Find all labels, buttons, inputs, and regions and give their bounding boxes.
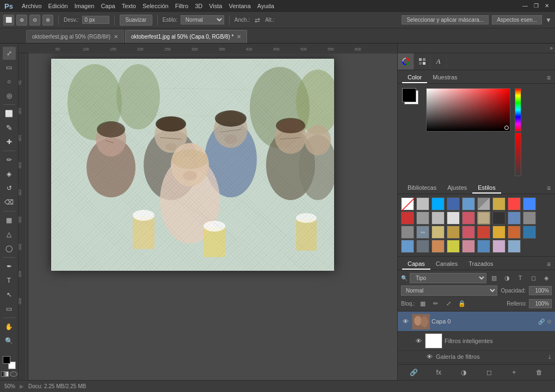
foreground-background-colors[interactable] <box>3 356 16 369</box>
tool-heal[interactable]: ✚ <box>3 135 16 148</box>
tab-close-1[interactable]: ✕ <box>237 34 241 40</box>
style-panel-menu-icon[interactable]: ≡ <box>547 184 551 192</box>
link-layers-btn[interactable]: 🔗 <box>408 367 419 378</box>
swatch-29[interactable] <box>431 240 445 253</box>
menu-archivo[interactable]: Archivo <box>22 3 42 9</box>
menu-filtro[interactable]: Filtro <box>175 3 188 9</box>
add-mask-btn[interactable]: ◑ <box>458 367 469 378</box>
maximize-button[interactable]: ❐ <box>532 2 540 10</box>
layer-delete-icon[interactable]: ⤓ <box>547 354 552 360</box>
swatch-7[interactable] <box>508 197 521 210</box>
tab-color[interactable]: Color <box>402 72 427 83</box>
swatch-15[interactable] <box>492 211 505 225</box>
swatch-28[interactable] <box>416 240 429 253</box>
tool-path-select[interactable]: ↖ <box>3 288 16 301</box>
select-mask-btn[interactable]: Seleccionar y aplicar máscara... <box>402 15 489 24</box>
tab-canales[interactable]: Canales <box>430 259 463 270</box>
tool-hand[interactable]: ✋ <box>3 320 16 333</box>
suavizar-btn[interactable]: Suavizar <box>120 15 152 26</box>
swatch-12[interactable] <box>447 211 460 225</box>
swatch-20[interactable] <box>431 226 445 239</box>
swatch-34[interactable] <box>508 240 521 253</box>
swatch-30[interactable] <box>447 240 460 253</box>
tab-ajustes[interactable]: Ajustes <box>442 183 472 194</box>
tab-estilos[interactable]: Estilos <box>472 183 501 194</box>
swatch-16[interactable] <box>508 211 521 225</box>
swatch-13[interactable] <box>462 211 475 225</box>
swatch-32[interactable] <box>477 240 490 253</box>
swatch-6[interactable] <box>492 197 505 210</box>
tool-eraser[interactable]: ⌫ <box>3 196 16 209</box>
style-select[interactable]: Normal <box>181 15 224 24</box>
color-panel-menu-icon[interactable]: ≡ <box>547 74 551 82</box>
menu-edicion[interactable]: Edición <box>48 3 68 9</box>
screen-mode-btn[interactable] <box>10 371 17 377</box>
lock-position-btn[interactable]: ⤢ <box>443 298 454 309</box>
menu-seleccion[interactable]: Selección <box>143 3 169 9</box>
tool-pen[interactable]: ✒ <box>3 260 16 273</box>
swatch-24[interactable] <box>492 226 505 239</box>
foreground-swatch[interactable] <box>402 88 416 102</box>
menu-ventana[interactable]: Ventana <box>229 3 250 9</box>
tool-gradient[interactable]: ▦ <box>3 214 16 227</box>
menu-imagen[interactable]: Imagen <box>75 3 95 9</box>
tool-quick-select[interactable]: ◎ <box>3 89 16 102</box>
tool-selection[interactable]: ▭ <box>3 61 16 74</box>
selection-mode-btn3[interactable]: ⊖ <box>29 15 40 26</box>
color-gradient-picker[interactable] <box>426 88 510 132</box>
tab-capas[interactable]: Capas <box>402 259 430 270</box>
menu-capa[interactable]: Capa <box>101 3 115 9</box>
panel-menu-options[interactable]: ▼ <box>545 16 552 24</box>
hue-bar[interactable] <box>515 88 521 132</box>
delete-layer-btn[interactable]: 🗑 <box>534 367 545 378</box>
tool-shapes[interactable]: ▭ <box>3 302 16 315</box>
lock-all-btn[interactable]: 🔒 <box>457 298 467 309</box>
layers-panel-menu-icon[interactable]: ≡ <box>547 260 551 268</box>
collapse-arrows-icon[interactable]: » <box>550 45 553 51</box>
tool-clone[interactable]: ◈ <box>3 167 16 181</box>
swatch-27[interactable] <box>401 240 414 253</box>
tab-oktoberfest1[interactable]: oktoberfest1.jpg al 50% (Capa 0, RGB/8) … <box>125 30 247 43</box>
foreground-color-box[interactable] <box>3 356 10 364</box>
tool-eyedropper[interactable]: ✎ <box>3 121 16 134</box>
swatch-14[interactable] <box>477 211 490 225</box>
minimize-button[interactable]: — <box>521 2 529 10</box>
swatch-17[interactable] <box>523 211 536 225</box>
menu-ayuda[interactable]: Ayuda <box>257 3 274 9</box>
layer-vis-filtros[interactable]: 👁 <box>414 337 423 345</box>
tab-close-0[interactable]: ✕ <box>114 34 118 40</box>
tool-dodge[interactable]: ◯ <box>3 242 16 255</box>
layer-vis-capa0[interactable]: 👁 <box>401 317 410 326</box>
add-style-btn[interactable]: fx <box>433 367 444 378</box>
selection-mode-btn4[interactable]: ⊗ <box>42 15 53 26</box>
opacity-input[interactable] <box>529 286 552 295</box>
swatch-22[interactable] <box>462 226 475 239</box>
layer-item-capa0[interactable]: 👁 Capa 0 🔗 ⚙ <box>398 312 555 332</box>
selection-mode-btn1[interactable]: ⬜ <box>3 15 14 26</box>
layer-filter-pixel-btn[interactable]: ▥ <box>489 272 499 283</box>
tool-blur[interactable]: △ <box>3 228 16 241</box>
lock-transparent-btn[interactable]: ▦ <box>417 298 428 309</box>
swatch-8[interactable] <box>523 197 536 210</box>
layer-filter-adj-btn[interactable]: ◑ <box>502 272 513 283</box>
swatch-25[interactable] <box>508 226 521 239</box>
swatch-10[interactable] <box>416 211 429 225</box>
swatch-11[interactable] <box>431 211 445 225</box>
aspects-btn[interactable]: Aspectos esen... <box>492 15 542 24</box>
panel-icon-1[interactable] <box>398 53 414 70</box>
tool-brush[interactable]: ✏ <box>3 153 16 166</box>
new-layer-btn[interactable]: + <box>509 367 520 378</box>
quick-mask-btn[interactable] <box>1 371 9 377</box>
swatch-4[interactable] <box>462 197 475 210</box>
layer-filter-smart-btn[interactable]: ◈ <box>541 272 552 283</box>
tool-lasso[interactable]: ○ <box>3 75 16 88</box>
canvas-image[interactable] <box>51 59 334 271</box>
tab-muestras[interactable]: Muestras <box>427 72 462 83</box>
layer-filter-shape-btn[interactable]: ◻ <box>528 272 539 283</box>
swatch-3[interactable] <box>447 197 460 210</box>
swatch-33[interactable] <box>492 240 505 253</box>
layer-filter-text-btn[interactable]: T <box>515 272 526 283</box>
panel-icon-3[interactable]: A <box>430 53 447 70</box>
swatch-21[interactable] <box>447 226 460 239</box>
selection-mode-btn2[interactable]: ⊕ <box>16 15 27 26</box>
